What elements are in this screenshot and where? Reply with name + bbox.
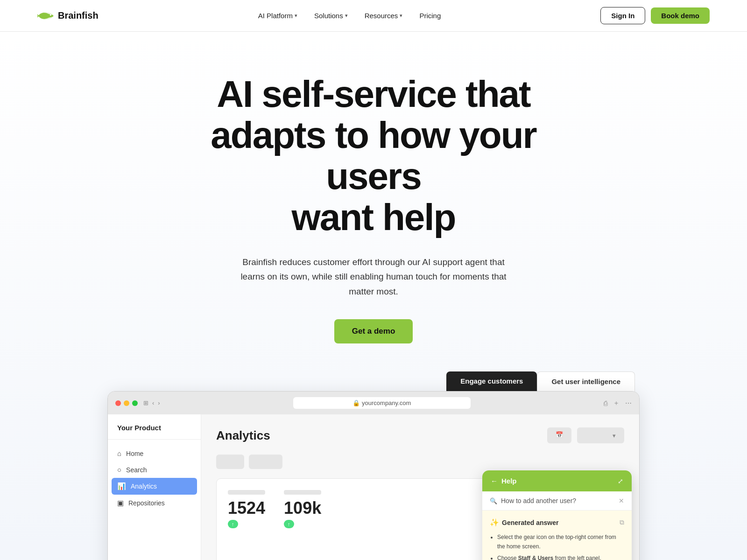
help-answer-title: ✨ Generated answer — [490, 518, 558, 527]
search-icon: 🔍 — [490, 497, 497, 504]
stat-label-2 — [284, 490, 321, 495]
help-answer-body: Select the gear icon on the top-right co… — [490, 532, 624, 560]
help-search-input[interactable]: How to add another user? — [501, 497, 615, 504]
browser-right-controls: ⎙ ＋ ⋯ — [604, 399, 632, 407]
dropdown-placeholder — [585, 431, 610, 440]
help-answer-header: ✨ Generated answer ⧉ — [490, 518, 624, 527]
stat-label-1 — [228, 490, 265, 495]
sidebar-item-label: Repositories — [128, 499, 165, 507]
stat-item-2: 109k ↑ — [284, 490, 321, 528]
filter-dropdown[interactable]: ▾ — [577, 427, 624, 443]
filter-tab-2[interactable] — [249, 455, 282, 469]
chevron-down-icon: ▾ — [400, 13, 402, 19]
folder-icon: ▣ — [117, 499, 124, 507]
arrow-up-icon: ↑ — [288, 521, 290, 527]
expand-icon[interactable]: ⤢ — [618, 477, 623, 485]
stat-value-2: 109k — [284, 498, 321, 518]
analytics-header: Analytics 📅 ▾ — [216, 427, 624, 443]
hero-title: AI self-service that adapts to how your … — [163, 74, 584, 238]
sidebar-item-search[interactable]: ○ Search — [108, 462, 201, 478]
nav-links: AI Platform ▾ Solutions ▾ Resources ▾ Pr… — [252, 8, 447, 23]
chevron-down-icon: ▾ — [345, 13, 348, 19]
back-icon[interactable]: ← — [491, 477, 498, 485]
sparkle-icon: ✨ — [490, 518, 499, 527]
arrow-up-icon: ↑ — [232, 521, 234, 527]
navbar: Brainfish AI Platform ▾ Solutions ▾ Reso… — [0, 0, 747, 32]
demo-tabs: Engage customers Get user intelligence — [446, 371, 635, 391]
answer-line-2: Choose Staff & Users from the left panel… — [497, 553, 624, 560]
hero-section: AI self-service that adapts to how your … — [0, 32, 747, 560]
stat-badge-1: ↑ — [228, 520, 238, 528]
help-search-bar: 🔍 How to add another user? ✕ — [482, 491, 632, 511]
get-demo-button[interactable]: Get a demo — [334, 319, 413, 343]
sidebar-item-analytics[interactable]: 📊 Analytics — [112, 478, 197, 495]
app-sidebar: Your Product ⌂ Home ○ Search 📊 Analytics… — [108, 414, 201, 560]
browser-grid-icon: ⊞ — [143, 399, 148, 406]
browser-back-icon[interactable]: ‹ — [152, 399, 154, 406]
help-popup: ← Help ⤢ 🔍 How to add another user? ✕ — [482, 470, 632, 560]
chevron-down-icon: ▾ — [613, 432, 616, 439]
browser-nav-controls: ⊞ ‹ › — [143, 399, 160, 406]
stat-badge-2: ↑ — [284, 520, 294, 528]
calendar-icon: 📅 — [556, 431, 563, 438]
browser-url-bar[interactable]: 🔒 yourcompany.com — [293, 397, 471, 409]
sidebar-item-label: Analytics — [131, 483, 157, 490]
stat-value-1: 1524 — [228, 498, 265, 518]
browser-forward-icon[interactable]: › — [158, 399, 160, 406]
sidebar-item-repositories[interactable]: ▣ Repositories — [108, 495, 201, 511]
tab-engage-customers[interactable]: Engage customers — [446, 371, 537, 391]
main-panel: Analytics 📅 ▾ — [201, 414, 639, 560]
browser-window-controls — [115, 400, 138, 406]
nav-ai-platform[interactable]: AI Platform ▾ — [252, 8, 304, 23]
sidebar-item-label: Search — [126, 466, 147, 474]
analytics-page-title: Analytics — [216, 428, 270, 443]
filter-tab-1[interactable] — [216, 455, 244, 469]
nav-solutions[interactable]: Solutions ▾ — [308, 8, 354, 23]
sidebar-product-name: Your Product — [108, 424, 201, 440]
home-icon: ⌂ — [117, 449, 121, 457]
help-title: Help — [501, 477, 517, 485]
stat-item-1: 1524 ↑ — [228, 490, 265, 528]
help-answer-section: ✨ Generated answer ⧉ Select the gear ico… — [482, 511, 632, 560]
copy-icon[interactable]: ⧉ — [620, 518, 624, 526]
browser-content: Your Product ⌂ Home ○ Search 📊 Analytics… — [108, 414, 639, 560]
date-picker[interactable]: 📅 — [547, 427, 571, 443]
filter-tabs — [216, 455, 624, 469]
browser-maximize-dot — [132, 400, 138, 406]
analytics-controls: 📅 ▾ — [547, 427, 624, 443]
clear-search-icon[interactable]: ✕ — [619, 497, 624, 504]
analytics-icon: 📊 — [117, 482, 126, 490]
hero-subtitle: Brainfish reduces customer effort throug… — [233, 255, 514, 299]
browser-close-dot — [115, 400, 121, 406]
browser-bar: ⊞ ‹ › 🔒 yourcompany.com ⎙ ＋ ⋯ — [108, 392, 639, 414]
more-icon[interactable]: ⋯ — [625, 399, 632, 407]
browser-mockup: ⊞ ‹ › 🔒 yourcompany.com ⎙ ＋ ⋯ Your Produ… — [107, 391, 640, 560]
share-icon[interactable]: ⎙ — [604, 399, 607, 407]
tab-user-intelligence[interactable]: Get user intelligence — [537, 371, 635, 391]
nav-resources[interactable]: Resources ▾ — [358, 8, 409, 23]
logo[interactable]: Brainfish — [37, 10, 99, 21]
help-header-left: ← Help — [491, 477, 517, 485]
browser-minimize-dot — [124, 400, 129, 406]
url-text: yourcompany.com — [362, 399, 411, 406]
answer-line-1: Select the gear icon on the top-right co… — [497, 532, 624, 552]
search-icon: ○ — [117, 466, 121, 474]
chevron-down-icon: ▾ — [295, 13, 297, 19]
signin-button[interactable]: Sign In — [600, 7, 645, 24]
nav-pricing[interactable]: Pricing — [413, 8, 447, 23]
plus-icon[interactable]: ＋ — [613, 399, 620, 407]
help-popup-header: ← Help ⤢ — [482, 470, 632, 491]
svg-point-1 — [50, 14, 51, 15]
book-demo-button[interactable]: Book demo — [651, 7, 710, 24]
lock-icon: 🔒 — [352, 399, 360, 406]
sidebar-item-home[interactable]: ⌂ Home — [108, 445, 201, 462]
nav-actions: Sign In Book demo — [600, 7, 710, 24]
logo-text: Brainfish — [58, 10, 99, 21]
sidebar-item-label: Home — [126, 450, 143, 457]
